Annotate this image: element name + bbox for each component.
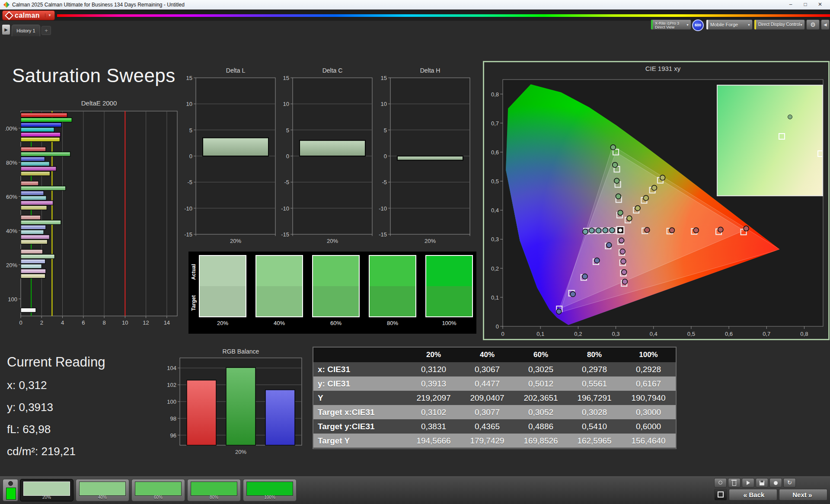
patch-tile-60%[interactable]: 60% [131, 479, 185, 501]
table-corner [313, 348, 407, 362]
table-col-header: 40% [460, 348, 514, 362]
table-col-header: 80% [568, 348, 621, 362]
run-tab-button[interactable]: ▶ [2, 24, 10, 35]
swatch-target [200, 286, 246, 316]
rgb-balance-chart[interactable]: RGB Balance969810010210420% [164, 348, 307, 459]
close-button[interactable]: ✕ [813, 0, 827, 10]
stop-icon [718, 491, 724, 498]
patch-tile-swatch [79, 482, 126, 496]
measured-point-red [718, 227, 723, 232]
deltae-2000-chart[interactable]: DeltaE 200002468101214100%80%60%40%20%10… [5, 99, 182, 332]
meter-sync-badge[interactable]: 600 [692, 19, 704, 31]
patch-tile-label: 20% [20, 495, 73, 500]
svg-text:0,3: 0,3 [612, 331, 619, 337]
table-row: Target y:CIE310,38310,43650,48860,54100,… [313, 419, 676, 434]
table-value: 0,3120 [407, 362, 460, 376]
patch-window-tile[interactable] [3, 479, 18, 501]
table-value: 0,3077 [460, 405, 514, 419]
display-status-accent [754, 20, 756, 29]
patch-tile-20%[interactable]: 20% [20, 479, 73, 501]
table-value: 0,2928 [621, 362, 676, 376]
patch-tile-swatch [246, 482, 293, 496]
svg-text:-15: -15 [184, 231, 192, 238]
delete-button[interactable] [728, 478, 741, 488]
display-control-dropdown[interactable]: Direct Display Control ▼ [754, 19, 805, 30]
record-icon [774, 481, 778, 485]
chevron-left-icon: ◀ [824, 22, 827, 27]
patch-tile-40%[interactable]: 40% [76, 479, 129, 501]
meter-read-button[interactable] [714, 478, 727, 488]
deltae-bar [21, 152, 70, 156]
table-value: 169,8526 [514, 434, 568, 448]
measured-point-magenta [622, 269, 627, 274]
table-col-header: 60% [514, 348, 568, 362]
svg-text:5: 5 [384, 127, 387, 134]
table-value: 0,3028 [568, 405, 621, 419]
patch-tile-80%[interactable]: 80% [187, 479, 241, 501]
maximize-button[interactable]: □ [798, 0, 813, 10]
rewind-icon: « [744, 491, 747, 499]
measured-point-red [693, 228, 699, 233]
svg-text:RGB Balance: RGB Balance [223, 348, 259, 355]
svg-text:102: 102 [167, 382, 176, 388]
table-value: 0,6000 [621, 419, 676, 434]
source-dropdown[interactable]: Mobile Forge ▼ [706, 19, 753, 30]
table-value: 156,4640 [621, 434, 676, 448]
delta-l-chart[interactable]: Delta L151050-5-10-1520% [184, 66, 281, 249]
svg-text:-5: -5 [382, 179, 387, 185]
svg-text:0,4: 0,4 [650, 331, 658, 337]
add-tab-button[interactable]: + [42, 26, 51, 35]
tab-history-1[interactable]: History 1 [12, 25, 40, 36]
measured-point-cyan [596, 228, 601, 233]
next-button[interactable]: Next» [779, 489, 827, 501]
calman-menu-button[interactable]: calman ▼ [2, 10, 55, 20]
patch-tile-100%[interactable]: 100% [243, 479, 297, 501]
measured-point-blue [556, 309, 562, 314]
svg-text:15: 15 [283, 75, 289, 81]
measured-point-yellow [643, 195, 648, 201]
measured-point-yellow [651, 185, 657, 191]
refresh-button[interactable]: ↻ [783, 478, 796, 488]
svg-text:-10: -10 [281, 205, 289, 212]
record-button[interactable] [769, 478, 782, 488]
table-col-header: 20% [407, 348, 460, 362]
table-value: 0,5410 [568, 419, 621, 434]
back-button[interactable]: «Back [729, 489, 777, 501]
refresh-icon: ↻ [787, 479, 792, 486]
svg-text:80%: 80% [6, 159, 17, 166]
meter-dropdown[interactable]: X-Rite i1Pro 3 Direct View ▼ [651, 19, 691, 30]
table-value: 0,3831 [407, 419, 460, 434]
app-logo-icon [3, 2, 10, 8]
swatch-target [426, 286, 472, 316]
collapse-panel-button[interactable]: ◀ [821, 19, 830, 30]
svg-text:0,1: 0,1 [536, 331, 544, 337]
measured-point-green [614, 178, 619, 183]
svg-text:-15: -15 [281, 231, 289, 238]
measured-point-cyan [610, 228, 615, 233]
minimize-button[interactable]: – [783, 0, 798, 10]
delta-h-chart[interactable]: Delta H151050-5-10-1520% [378, 66, 476, 249]
svg-text:0,2: 0,2 [491, 265, 499, 272]
table-row-label: Target x:CIE31 [313, 405, 407, 419]
settings-button[interactable]: ⚙ [806, 19, 820, 30]
deltae-bar [21, 225, 46, 230]
swatch-percent-label: 80% [369, 320, 416, 326]
stop-button[interactable] [714, 489, 727, 501]
svg-text:20%: 20% [327, 238, 338, 244]
patch-tile-swatch [23, 482, 70, 496]
deltae-bar [21, 259, 45, 264]
measured-point-green [610, 145, 616, 150]
svg-text:0: 0 [286, 153, 289, 159]
svg-text:104: 104 [167, 365, 176, 371]
delta-c-chart[interactable]: Delta C151050-5-10-1520% [281, 66, 378, 249]
play-button[interactable] [742, 478, 754, 488]
svg-text:CIE 1931 xy: CIE 1931 xy [645, 65, 681, 72]
meter-mode: Direct View [655, 25, 684, 29]
reading-y: y: 0,3913 [7, 401, 105, 414]
swatch-row-label: Target [191, 294, 197, 312]
table-row: Target x:CIE310,31020,30770,30520,30280,… [313, 405, 676, 419]
svg-text:4: 4 [61, 319, 64, 326]
swatch-actual [200, 256, 246, 286]
save-button[interactable] [756, 478, 768, 488]
table-row-label: y: CIE31 [313, 376, 407, 391]
